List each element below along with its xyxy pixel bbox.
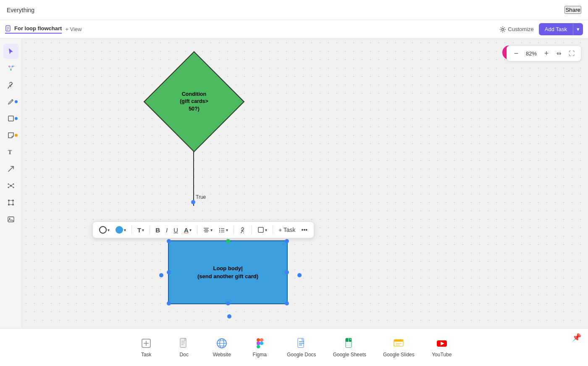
svg-point-37 bbox=[219, 228, 220, 229]
dock-item-website[interactable]: Website bbox=[203, 333, 241, 362]
add-view-button[interactable]: + View bbox=[65, 26, 81, 32]
dock-item-figma[interactable]: Figma bbox=[241, 333, 278, 362]
zoom-in-button[interactable]: + bbox=[541, 48, 551, 58]
fullscreen-button[interactable]: ⛶ bbox=[567, 48, 577, 58]
italic-button[interactable]: I bbox=[164, 225, 170, 235]
pin-button[interactable]: 📌 bbox=[572, 333, 581, 342]
fit-width-button[interactable]: ⇔ bbox=[554, 48, 564, 58]
pen-icon bbox=[7, 98, 15, 105]
sticky-note-button[interactable] bbox=[3, 128, 18, 143]
doc-title-text: For loop flowchart bbox=[14, 25, 62, 32]
select-tool-button[interactable] bbox=[3, 44, 18, 59]
text-icon: T bbox=[137, 226, 141, 234]
add-task-button[interactable]: Add Task bbox=[539, 23, 573, 35]
smart-layout-button[interactable] bbox=[3, 195, 18, 210]
svg-rect-58 bbox=[257, 342, 260, 345]
link-fmt-icon bbox=[239, 226, 246, 233]
pen-dot bbox=[15, 100, 18, 103]
svg-rect-57 bbox=[257, 338, 260, 342]
shape-tool-button[interactable] bbox=[3, 111, 18, 126]
separator bbox=[273, 226, 273, 234]
dock-google-docs-label: Google Docs bbox=[287, 352, 316, 358]
font-color-a-icon: A bbox=[184, 226, 189, 234]
sel-dot-bottom bbox=[227, 314, 231, 319]
connector-dot bbox=[191, 200, 195, 204]
dock-figma-label: Figma bbox=[253, 352, 267, 358]
zoom-out-button[interactable]: − bbox=[511, 48, 521, 58]
left-toolbar: + bbox=[0, 39, 22, 328]
underline-button[interactable]: U bbox=[171, 225, 180, 235]
share-button[interactable]: Share bbox=[564, 6, 581, 14]
color-picker-button[interactable]: ▾ bbox=[113, 224, 128, 235]
text-tool-button[interactable]: T bbox=[3, 145, 18, 160]
fill-color-icon bbox=[116, 226, 123, 234]
svg-rect-77 bbox=[396, 345, 400, 345]
google-sheets-dock-icon bbox=[344, 337, 355, 349]
shape-picker-button[interactable]: ▾ bbox=[97, 224, 112, 235]
dock-item-google-docs[interactable]: Google Docs bbox=[278, 333, 324, 362]
handle-top-mid bbox=[226, 239, 230, 243]
diamond-shape bbox=[144, 51, 244, 152]
svg-rect-43 bbox=[258, 227, 263, 232]
dock-item-google-slides[interactable]: Google Slides bbox=[375, 333, 423, 362]
google-docs-dock-icon bbox=[296, 337, 307, 349]
pen-tool-button[interactable] bbox=[3, 94, 18, 109]
link-tool-button[interactable] bbox=[3, 77, 18, 92]
canvas[interactable]: B ℹ − 82% + ⇔ ⛶ Condition(gift cards>50?… bbox=[22, 39, 588, 328]
dock-item-youtube[interactable]: YouTube bbox=[423, 333, 461, 362]
handle-bottom-right bbox=[285, 301, 289, 305]
mindmap-tool-button[interactable] bbox=[3, 178, 18, 193]
google-slides-dock-icon bbox=[393, 337, 404, 349]
outline-circle-icon bbox=[99, 226, 107, 234]
doc-icon bbox=[5, 25, 12, 32]
text-size-button[interactable]: T ▾ bbox=[135, 225, 146, 235]
separator bbox=[131, 226, 132, 234]
svg-rect-59 bbox=[257, 345, 260, 348]
dock-item-doc[interactable]: Doc bbox=[165, 333, 203, 362]
svg-point-61 bbox=[260, 342, 263, 345]
loop-body-node[interactable]: Loop body| (send another gift card) bbox=[168, 240, 288, 304]
shape-selector-button[interactable]: ▾ bbox=[255, 225, 269, 235]
add-task-dropdown-button[interactable]: ▾ bbox=[573, 23, 583, 35]
image-tool-button[interactable] bbox=[3, 212, 18, 227]
zoom-controls: − 82% + ⇔ ⛶ bbox=[507, 45, 581, 61]
handle-top-left bbox=[167, 239, 171, 243]
svg-text:T: T bbox=[8, 149, 12, 155]
handle-mid-left bbox=[167, 270, 171, 274]
svg-point-24 bbox=[12, 200, 14, 201]
dock-google-slides-label: Google Slides bbox=[383, 352, 415, 358]
cursor-icon bbox=[7, 47, 15, 55]
link-button[interactable] bbox=[237, 225, 248, 235]
bold-button[interactable]: B bbox=[153, 225, 162, 235]
dock-google-sheets-label: Google Sheets bbox=[333, 352, 366, 358]
add-task-button-group: Add Task ▾ bbox=[539, 23, 583, 35]
align-button[interactable]: ▾ bbox=[201, 225, 215, 235]
dock-item-google-sheets[interactable]: Google Sheets bbox=[325, 333, 375, 362]
dock-item-task[interactable]: Task bbox=[127, 333, 165, 362]
more-icon: ••• bbox=[301, 226, 307, 233]
svg-line-9 bbox=[9, 66, 11, 70]
link-icon bbox=[7, 81, 15, 89]
toolbar-right: Customize Add Task ▾ bbox=[499, 23, 583, 35]
svg-line-10 bbox=[11, 66, 13, 70]
image-icon bbox=[7, 216, 15, 223]
arrow-tool-button[interactable] bbox=[3, 161, 18, 176]
more-options-button[interactable]: ••• bbox=[299, 225, 310, 235]
svg-line-21 bbox=[8, 186, 11, 187]
task-dock-icon bbox=[140, 337, 152, 349]
add-task-fmt-button[interactable]: + Task bbox=[276, 225, 298, 235]
rect-icon bbox=[257, 226, 264, 233]
svg-line-19 bbox=[8, 184, 11, 186]
arrow-icon bbox=[7, 165, 15, 173]
top-header: Everything Share bbox=[0, 0, 588, 20]
condition-node[interactable]: Condition(gift cards>50?) bbox=[144, 51, 244, 152]
shape-icon bbox=[7, 115, 15, 122]
font-color-button[interactable]: A ▾ bbox=[182, 225, 194, 235]
ai-tool-button[interactable]: + bbox=[3, 61, 18, 76]
customize-button[interactable]: Customize bbox=[499, 26, 533, 33]
list-button[interactable]: ▾ bbox=[216, 225, 230, 235]
dock-website-label: Website bbox=[213, 352, 231, 358]
svg-line-22 bbox=[11, 186, 13, 187]
dock-doc-label: Doc bbox=[180, 352, 189, 358]
breadcrumb: Everything bbox=[7, 7, 34, 13]
